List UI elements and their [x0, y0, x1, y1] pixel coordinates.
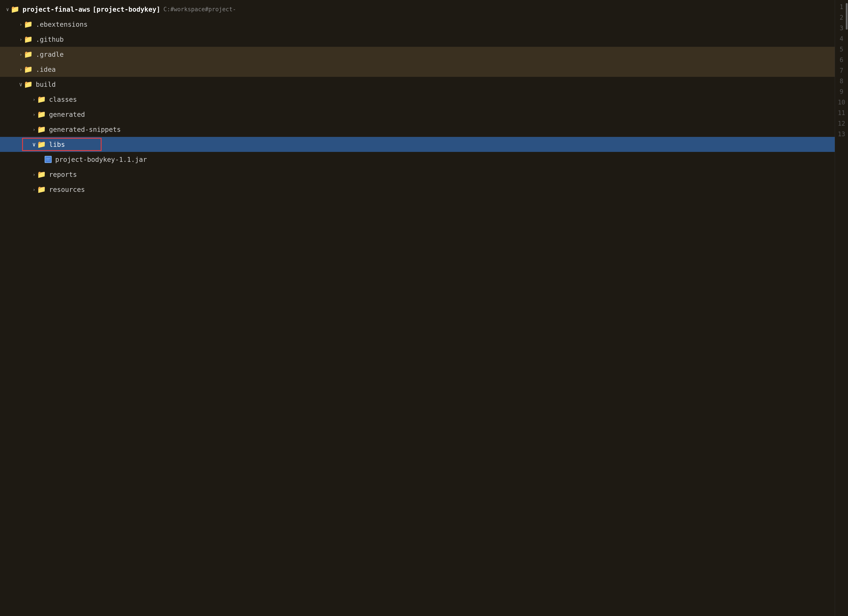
- tree-item-resources[interactable]: › 📁 resources: [0, 182, 835, 197]
- gradle-chevron: ›: [18, 52, 24, 57]
- libs-chevron: ∨: [31, 141, 37, 148]
- generated-snippets-chevron: ›: [31, 127, 37, 132]
- tree-item-gradle[interactable]: › 📁 .gradle: [0, 47, 835, 62]
- tree-item-github[interactable]: › 📁 .github: [0, 32, 835, 47]
- tree-item-build[interactable]: ∨ 📁 build: [0, 77, 835, 92]
- ebextensions-chevron: ›: [18, 22, 24, 27]
- jar-label: project-bodykey-1.1.jar: [55, 155, 147, 163]
- tree-item-ebextensions[interactable]: › 📁 .ebextensions: [0, 17, 835, 32]
- tree-item-generated[interactable]: › 📁 generated: [0, 107, 835, 122]
- tree-item-idea[interactable]: › 📁 .idea: [0, 62, 835, 77]
- resources-folder-icon: 📁: [37, 185, 46, 194]
- reports-folder-icon: 📁: [37, 170, 46, 179]
- jar-icon-wrapper: [44, 155, 52, 163]
- scrollbar-thumb[interactable]: [846, 3, 848, 30]
- gradle-folder-icon: 📁: [24, 50, 33, 59]
- root-folder-icon: 📁: [10, 5, 19, 13]
- root-chevron: ∨: [4, 7, 10, 12]
- tree-item-generated-snippets[interactable]: › 📁 generated-snippets: [0, 122, 835, 137]
- generated-snippets-label: generated-snippets: [49, 126, 121, 133]
- generated-folder-icon: 📁: [37, 110, 46, 118]
- classes-folder-icon: 📁: [37, 95, 46, 104]
- idea-folder-icon: 📁: [24, 65, 33, 74]
- ebextensions-folder-icon: 📁: [24, 20, 33, 28]
- explorer-container: ∨ 📁 project-final-aws [project-bodykey] …: [0, 0, 848, 616]
- reports-label: reports: [49, 171, 77, 178]
- scrollbar-area[interactable]: [845, 0, 848, 616]
- generated-chevron: ›: [31, 112, 37, 117]
- libs-label: libs: [49, 141, 65, 148]
- tree-item-reports[interactable]: › 📁 reports: [0, 167, 835, 182]
- github-folder-icon: 📁: [24, 35, 33, 43]
- svg-rect-2: [46, 159, 49, 160]
- generated-snippets-folder-icon: 📁: [37, 125, 46, 133]
- build-folder-icon: 📁: [24, 80, 33, 89]
- ebextensions-label: .ebextensions: [36, 21, 87, 28]
- svg-rect-1: [46, 158, 50, 159]
- reports-chevron: ›: [31, 172, 37, 177]
- svg-rect-3: [46, 160, 50, 160]
- github-chevron: ›: [18, 37, 24, 42]
- tree-root[interactable]: ∨ 📁 project-final-aws [project-bodykey] …: [0, 2, 835, 17]
- root-project-name: project-final-aws: [22, 6, 90, 13]
- classes-chevron: ›: [31, 97, 37, 102]
- build-chevron: ∨: [18, 81, 24, 88]
- root-path: C:#workspace#project-: [163, 6, 236, 13]
- resources-label: resources: [49, 186, 85, 193]
- tree-item-classes[interactable]: › 📁 classes: [0, 92, 835, 107]
- classes-label: classes: [49, 96, 77, 103]
- idea-chevron: ›: [18, 67, 24, 72]
- root-branch: [project-bodykey]: [92, 6, 160, 13]
- libs-folder-icon: 📁: [37, 140, 46, 149]
- idea-label: .idea: [36, 65, 56, 73]
- build-label: build: [36, 81, 56, 88]
- gradle-label: .gradle: [36, 50, 64, 58]
- jar-file-icon: [44, 156, 52, 163]
- tree-item-libs[interactable]: ∨ 📁 libs: [0, 137, 835, 152]
- line-numbers-panel: 1 2 3 4 5 6 7 8 9 10 11 12 13: [835, 0, 848, 616]
- resources-chevron: ›: [31, 187, 37, 192]
- generated-label: generated: [49, 111, 85, 118]
- github-label: .github: [36, 36, 64, 43]
- file-tree: ∨ 📁 project-final-aws [project-bodykey] …: [0, 0, 835, 616]
- tree-item-jar[interactable]: project-bodykey-1.1.jar: [0, 152, 835, 167]
